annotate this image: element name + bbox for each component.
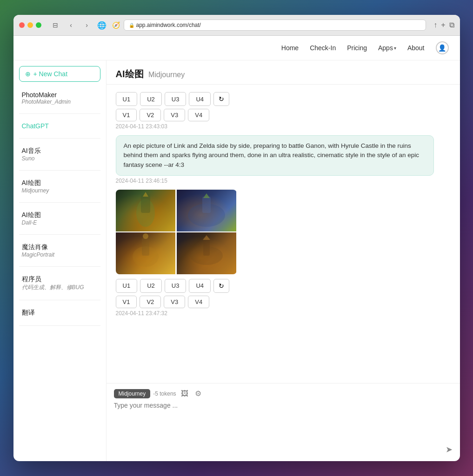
svg-rect-4	[202, 197, 211, 213]
chat-messages: U1 U2 U3 U4 ↻ V1 V2 V3 V4 2024-04-11	[107, 85, 460, 383]
sidebar-item-magic-portrait-subtitle: MagicPortrait	[22, 251, 98, 258]
share-button[interactable]: ↑	[433, 21, 437, 29]
svg-marker-11	[203, 235, 210, 240]
u3-button-bottom[interactable]: U3	[165, 279, 187, 293]
browser-window: ⊟ ‹ › 🌐 🧭 🔒 app.aimindwork.com/chat/ ↑ +…	[13, 15, 460, 461]
chat-title: AI绘图	[116, 69, 144, 79]
svg-point-8	[143, 233, 148, 239]
nav-apps-dropdown[interactable]: Apps ▾	[378, 44, 396, 52]
back-button[interactable]: ‹	[65, 20, 78, 30]
new-chat-label: + New Chat	[33, 70, 68, 78]
settings-button[interactable]: ⚙	[193, 388, 203, 399]
divider-7	[19, 300, 100, 300]
sidebar-item-chatgpt-title: ChatGPT	[22, 122, 98, 130]
divider-6	[19, 266, 100, 267]
timestamp-user-message: 2024-04-11 23:46:15	[116, 178, 451, 184]
url-text: app.aimindwork.com/chat/	[136, 22, 201, 28]
token-label: -5 tokens	[153, 390, 176, 397]
nav-home[interactable]: Home	[281, 44, 299, 52]
message-input-wrapper: ➤	[114, 402, 453, 441]
u2-button-bottom[interactable]: U2	[140, 279, 162, 293]
sidebar-item-photomaker-subtitle: PhotoMaker_Admin	[22, 99, 98, 105]
maximize-button[interactable]	[36, 22, 41, 28]
u4-button-top[interactable]: U4	[189, 92, 211, 106]
divider-8	[19, 325, 100, 326]
v3-button-top[interactable]: V3	[164, 109, 185, 121]
sidebar: ⊕ + New Chat PhotoMaker PhotoMaker_Admin…	[13, 60, 107, 461]
browser-actions: ↑ + ⧉	[433, 21, 454, 29]
bottom-u-buttons: U1 U2 U3 U4 ↻	[116, 279, 451, 293]
browser-chrome: ⊟ ‹ › 🌐 🧭 🔒 app.aimindwork.com/chat/ ↑ +…	[13, 15, 460, 36]
sidebar-item-ai-draw-dalle[interactable]: AI绘图 Dall-E	[19, 207, 100, 230]
image-grid	[116, 190, 237, 274]
address-bar[interactable]: 🔒 app.aimindwork.com/chat/	[124, 20, 426, 31]
u2-button-top[interactable]: U2	[140, 92, 162, 106]
new-tab-button[interactable]: +	[441, 21, 445, 29]
compass-icon: 🧭	[112, 21, 120, 29]
sidebar-toggle-button[interactable]: ⊟	[49, 20, 62, 30]
top-u-buttons: U1 U2 U3 U4 ↻	[116, 92, 451, 106]
sidebar-item-ai-music[interactable]: AI音乐 Suno	[19, 143, 100, 165]
input-toolbar: Midjourney -5 tokens 🖼 ⚙	[114, 388, 453, 399]
sidebar-item-programmer-title: 程序员	[22, 275, 98, 284]
nav-pricing[interactable]: Pricing	[347, 44, 367, 52]
sidebar-item-programmer[interactable]: 程序员 代码生成、解释、修BUG	[19, 271, 100, 295]
svg-marker-5	[203, 193, 210, 198]
sidebar-item-magic-portrait-title: 魔法肖像	[22, 243, 98, 251]
send-button[interactable]: ➤	[446, 444, 453, 455]
forward-button[interactable]: ›	[80, 20, 93, 30]
tabs-button[interactable]: ⧉	[449, 21, 454, 29]
v1-button-bottom[interactable]: V1	[116, 296, 137, 308]
send-icon: ➤	[446, 445, 453, 454]
svg-rect-1	[141, 194, 150, 213]
image-cell-br	[177, 232, 236, 274]
u1-button-top[interactable]: U1	[116, 92, 138, 106]
image-cell-tr	[177, 190, 236, 231]
chat-header: AI绘图 Midjourney	[107, 60, 460, 85]
user-message-group: An epic picture of Link and Zelda side b…	[116, 135, 451, 184]
v2-button-bottom[interactable]: V2	[140, 296, 161, 308]
chevron-down-icon: ▾	[394, 46, 396, 51]
browser-controls: ⊟ ‹ ›	[49, 20, 93, 30]
image-cell-bl	[116, 232, 175, 274]
favicon-icon: 🌐	[97, 21, 107, 30]
user-icon: 👤	[438, 44, 446, 52]
sidebar-item-ai-draw-dalle-title: AI绘图	[22, 211, 98, 219]
traffic-lights	[19, 22, 41, 28]
new-chat-button[interactable]: ⊕ + New Chat	[19, 66, 100, 82]
sidebar-item-photomaker[interactable]: PhotoMaker PhotoMaker_Admin	[19, 87, 100, 109]
v4-button-top[interactable]: V4	[188, 109, 209, 121]
sidebar-item-photomaker-title: PhotoMaker	[22, 91, 98, 99]
sidebar-item-translate-title: 翻译	[22, 309, 98, 317]
lock-icon: 🔒	[129, 23, 134, 28]
refresh-button-top[interactable]: ↻	[213, 92, 229, 106]
svg-rect-10	[203, 239, 210, 256]
nav-about[interactable]: About	[407, 44, 425, 52]
image-cell-tl	[116, 190, 175, 231]
sidebar-item-programmer-subtitle: 代码生成、解释、修BUG	[22, 284, 98, 291]
v2-button-top[interactable]: V2	[140, 109, 161, 121]
u3-button-top[interactable]: U3	[165, 92, 187, 106]
nav-apps[interactable]: Apps	[378, 44, 393, 52]
mode-badge: Midjourney	[114, 389, 151, 398]
image-response-group: U1 U2 U3 U4 ↻ V1 V2 V3 V4 2024-04-11	[116, 190, 451, 317]
message-input[interactable]	[114, 402, 453, 439]
sidebar-item-magic-portrait[interactable]: 魔法肖像 MagicPortrait	[19, 239, 100, 262]
sidebar-item-ai-draw-dalle-subtitle: Dall-E	[22, 219, 98, 226]
v4-button-bottom[interactable]: V4	[188, 296, 209, 308]
u1-button-bottom[interactable]: U1	[116, 279, 138, 293]
v3-button-bottom[interactable]: V3	[164, 296, 185, 308]
minimize-button[interactable]	[27, 22, 33, 28]
u4-button-bottom[interactable]: U4	[189, 279, 211, 293]
sidebar-item-chatgpt[interactable]: ChatGPT	[19, 119, 100, 133]
nav-check-in[interactable]: Check-In	[310, 44, 336, 52]
sidebar-item-ai-music-subtitle: Suno	[22, 155, 98, 162]
sidebar-item-ai-draw-mj-subtitle: Midjourney	[22, 187, 98, 194]
image-upload-button[interactable]: 🖼	[179, 389, 190, 399]
v1-button-top[interactable]: V1	[116, 109, 137, 121]
sidebar-item-ai-draw-mj[interactable]: AI绘图 Midjourney	[19, 175, 100, 198]
user-account-icon[interactable]: 👤	[436, 41, 449, 54]
sidebar-item-translate[interactable]: 翻译	[19, 305, 100, 321]
close-button[interactable]	[19, 22, 25, 28]
refresh-button-bottom[interactable]: ↻	[213, 279, 229, 293]
